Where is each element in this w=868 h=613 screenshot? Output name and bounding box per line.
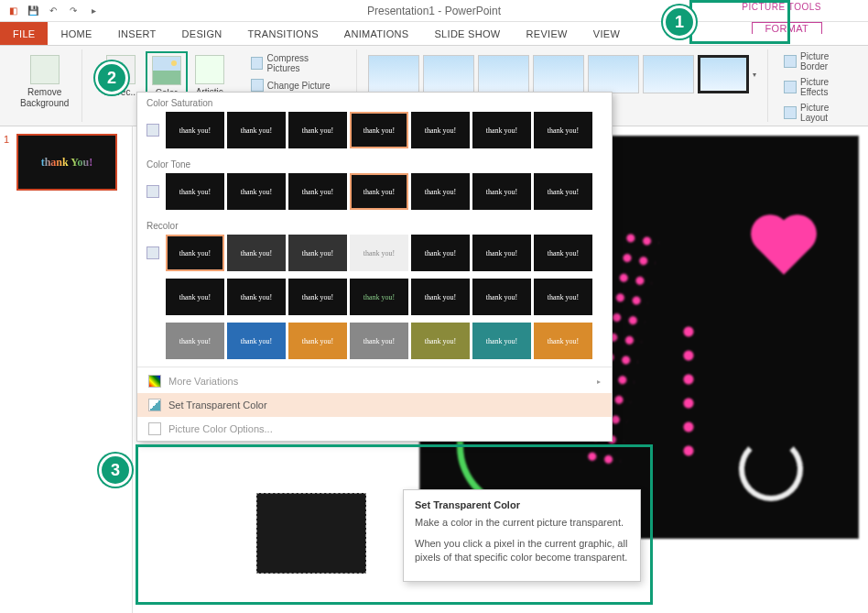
group-adjust-removebg: Remove Background: [7, 49, 82, 122]
remove-background-button[interactable]: Remove Background: [15, 51, 74, 113]
recolor-preset[interactable]: thank you!: [227, 279, 286, 315]
recolor-preset[interactable]: thank you!: [288, 279, 347, 315]
tone-preset[interactable]: thank you!: [166, 173, 224, 210]
tab-animations[interactable]: ANIMATIONS: [331, 22, 422, 45]
style-thumb[interactable]: [423, 55, 474, 93]
tab-home[interactable]: HOME: [48, 22, 104, 45]
picture-color-options-item[interactable]: Picture Color Options...: [137, 417, 612, 441]
recolor-preset-selected[interactable]: thank you!: [166, 235, 224, 271]
compress-icon: [251, 57, 264, 70]
recolor-preset[interactable]: thank you!: [227, 323, 286, 359]
saturation-preset[interactable]: thank you!: [166, 112, 224, 148]
tab-file[interactable]: FILE: [0, 22, 48, 45]
start-from-beginning-icon[interactable]: ▸: [86, 4, 101, 18]
tab-transitions[interactable]: TRANSITIONS: [235, 22, 331, 45]
picture-layout-button[interactable]: Picture Layout: [781, 101, 861, 125]
recolor-preset[interactable]: thank you!: [534, 279, 592, 315]
quick-access-toolbar: ◧ 💾 ↶ ↷ ▸: [0, 4, 101, 18]
style-thumb[interactable]: [643, 55, 694, 93]
tooltip-text: When you click a pixel in the current gr…: [415, 537, 629, 564]
compress-pictures-button[interactable]: Compress Pictures: [248, 51, 346, 75]
artistic-icon: [195, 55, 224, 84]
recolor-row-2: thank you! thank you! thank you! thank y…: [137, 277, 612, 321]
recolor-preset[interactable]: thank you!: [166, 279, 224, 315]
recolor-row-1: thank you! thank you! thank you! thank y…: [137, 233, 612, 277]
tab-format[interactable]: FORMAT: [752, 22, 822, 34]
recolor-preset[interactable]: thank you!: [350, 279, 408, 315]
undo-icon[interactable]: ↶: [46, 4, 60, 18]
tab-review[interactable]: REVIEW: [514, 22, 580, 45]
tone-preset[interactable]: thank you!: [472, 173, 531, 210]
recolor-preset[interactable]: thank you!: [534, 235, 592, 271]
set-transparent-color-item[interactable]: Set Transparent Color: [137, 393, 612, 417]
recolor-preset[interactable]: thank you!: [534, 323, 592, 359]
remove-background-icon: [30, 55, 60, 84]
recolor-preset[interactable]: thank you!: [411, 323, 470, 359]
recolor-preset[interactable]: thank you!: [411, 279, 470, 315]
remove-bg-label: Remove Background: [20, 87, 69, 109]
contextual-tab-label: PICTURE TOOLS: [736, 0, 827, 12]
tone-preset[interactable]: thank you!: [534, 173, 592, 210]
saturation-preset[interactable]: thank you!: [288, 112, 347, 148]
slide-thumbnail[interactable]: thank You!: [16, 134, 117, 191]
tone-preset[interactable]: thank you!: [288, 173, 347, 210]
style-thumb[interactable]: [368, 55, 419, 93]
saturation-preset[interactable]: thank you!: [411, 112, 470, 148]
tab-slideshow[interactable]: SLIDE SHOW: [421, 22, 513, 45]
recolor-preset[interactable]: thank you!: [411, 235, 470, 271]
style-thumb[interactable]: [588, 55, 639, 93]
tab-view[interactable]: VIEW: [580, 22, 633, 45]
style-thumb[interactable]: [698, 55, 749, 93]
callout-3: 3: [99, 454, 132, 487]
slide-thumb-content: thank You!: [41, 156, 93, 170]
callout-2: 2: [95, 61, 128, 94]
recolor-preset[interactable]: thank you!: [472, 323, 531, 359]
saturation-icon: [146, 124, 159, 137]
powerpoint-icon: ◧: [5, 4, 20, 18]
style-thumb[interactable]: [478, 55, 529, 93]
color-icon: [152, 56, 181, 85]
gallery-more-icon[interactable]: ▾: [753, 71, 756, 79]
recolor-preset[interactable]: thank you!: [350, 323, 408, 359]
tab-insert[interactable]: INSERT: [105, 22, 169, 45]
set-transparent-icon: [148, 399, 161, 411]
callout-1: 1: [663, 5, 696, 38]
picture-effects-button[interactable]: Picture Effects: [781, 75, 861, 99]
tone-icon: [146, 185, 159, 198]
tone-preset-selected[interactable]: thank you!: [350, 173, 408, 210]
recolor-preset[interactable]: thank you!: [472, 279, 531, 315]
saturation-row: thank you! thank you! thank you! thank y…: [137, 110, 612, 154]
color-dropdown: Color Saturation thank you! thank you! t…: [136, 92, 613, 442]
save-icon[interactable]: 💾: [26, 4, 40, 18]
picture-styles-gallery[interactable]: ▾: [364, 51, 760, 97]
redo-icon[interactable]: ↷: [66, 4, 81, 18]
layout-icon: [784, 106, 797, 119]
slide-number: 1: [4, 134, 9, 145]
saturation-preset[interactable]: thank you!: [227, 112, 286, 148]
tab-design[interactable]: DESIGN: [169, 22, 235, 45]
recolor-preset[interactable]: thank you!: [227, 235, 286, 271]
style-thumb[interactable]: [533, 55, 584, 93]
recolor-preset[interactable]: thank you!: [350, 235, 408, 271]
recolor-preset[interactable]: thank you!: [472, 235, 531, 271]
recolor-icon: [146, 246, 159, 259]
saturation-preset-selected[interactable]: thank you!: [350, 112, 408, 148]
more-variations-item[interactable]: More Variations ▸: [137, 369, 612, 393]
tone-preset[interactable]: thank you!: [227, 173, 286, 210]
picture-border-button[interactable]: Picture Border: [781, 49, 861, 73]
ribbon-tabs: FILE HOME INSERT DESIGN TRANSITIONS ANIM…: [0, 22, 868, 46]
chevron-right-icon: ▸: [597, 378, 601, 386]
recolor-preset[interactable]: thank you!: [288, 323, 347, 359]
recolor-preset[interactable]: thank you!: [166, 323, 224, 359]
recolor-preset[interactable]: thank you!: [288, 235, 347, 271]
section-tone: Color Tone: [137, 154, 612, 171]
tone-preset[interactable]: thank you!: [411, 173, 470, 210]
saturation-preset[interactable]: thank you!: [534, 112, 592, 148]
title-bar: ◧ 💾 ↶ ↷ ▸ Presentation1 - PowerPoint PIC…: [0, 0, 868, 22]
saturation-preset[interactable]: thank you!: [472, 112, 531, 148]
group-picture-options: Picture Border Picture Effects Picture L…: [776, 49, 861, 122]
tone-row: thank you! thank you! thank you! thank y…: [137, 171, 612, 215]
slide-thumbnail-panel[interactable]: 1 thank You!: [0, 126, 133, 613]
more-variations-icon: [148, 375, 161, 388]
picture-color-options-icon: [148, 422, 161, 435]
